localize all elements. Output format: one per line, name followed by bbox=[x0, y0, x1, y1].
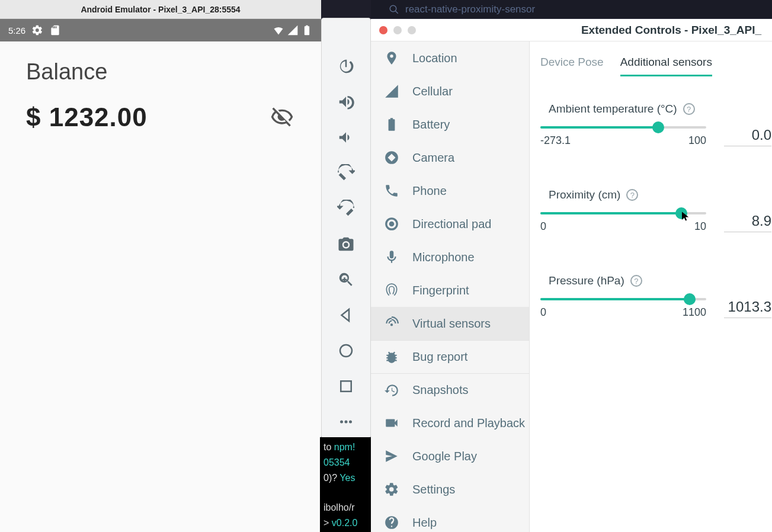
sidebar-item-battery[interactable]: Battery bbox=[371, 108, 529, 141]
zoom-icon[interactable] bbox=[337, 271, 355, 289]
extended-sidebar: LocationCellularBatteryCameraPhoneDirect… bbox=[371, 41, 530, 532]
back-icon[interactable] bbox=[337, 306, 355, 324]
temp-value[interactable]: 0.0 bbox=[724, 127, 771, 146]
cellular-icon bbox=[384, 84, 399, 99]
traffic-lights[interactable] bbox=[379, 26, 416, 34]
temp-label: Ambient temperature (°C) bbox=[549, 102, 677, 116]
fingerprint-icon bbox=[384, 283, 399, 298]
sidebar-item-label: Directional pad bbox=[412, 217, 491, 231]
android-statusbar: 5:26 bbox=[0, 19, 321, 41]
overview-icon[interactable] bbox=[337, 377, 355, 395]
sidebar-item-snapshot[interactable]: Snapshots bbox=[371, 373, 529, 406]
help-icon[interactable]: ? bbox=[683, 103, 695, 115]
camera-icon[interactable] bbox=[337, 235, 355, 253]
mic-icon bbox=[384, 249, 399, 265]
svg-point-2 bbox=[340, 421, 343, 424]
sidebar-item-bug[interactable]: Bug report bbox=[371, 340, 529, 373]
tab-additional-sensors[interactable]: Additional sensors bbox=[620, 56, 712, 76]
sidebar-item-record[interactable]: Record and Playback bbox=[371, 406, 529, 440]
extended-titlebar[interactable]: Extended Controls - Pixel_3_API_ bbox=[371, 19, 772, 41]
svg-point-0 bbox=[340, 345, 352, 357]
terminal-snippet: to npm! 05354 0)? Yes ibolho/r > v0.2.0 bbox=[320, 437, 373, 532]
sensor-proximity: Proximity (cm)? 010 8.9 bbox=[540, 188, 754, 233]
emulator-titlebar[interactable]: Android Emulator - Pixel_3_API_28:5554 bbox=[0, 0, 321, 19]
battery-icon bbox=[384, 117, 399, 132]
help-icon bbox=[384, 515, 399, 530]
gear-icon bbox=[31, 24, 43, 36]
prox-value[interactable]: 8.9 bbox=[724, 213, 771, 232]
svg-point-3 bbox=[345, 421, 348, 424]
emulator-toolbar bbox=[321, 18, 371, 438]
press-label: Pressure (hPa) bbox=[549, 274, 624, 287]
sidebar-item-mic[interactable]: Microphone bbox=[371, 241, 529, 274]
rotate-right-icon[interactable] bbox=[337, 200, 355, 217]
prox-slider[interactable]: 010 bbox=[540, 212, 706, 233]
snapshot-icon bbox=[384, 383, 399, 398]
phone-screen: 5:26 Balance $ 1232.00 bbox=[0, 19, 321, 532]
volume-down-icon[interactable] bbox=[337, 129, 355, 146]
help-icon[interactable]: ? bbox=[630, 275, 642, 287]
emulator-window: Android Emulator - Pixel_3_API_28:5554 5… bbox=[0, 0, 321, 532]
sidebar-item-label: Settings bbox=[412, 483, 455, 496]
rotate-left-icon[interactable] bbox=[337, 164, 355, 182]
volume-up-icon[interactable] bbox=[337, 93, 355, 111]
sidebar-item-settings[interactable]: Settings bbox=[371, 473, 529, 506]
location-icon bbox=[384, 50, 399, 66]
sensor-temperature: Ambient temperature (°C)? -273.1100 0.0 bbox=[540, 102, 754, 147]
sidebar-item-sensors[interactable]: Virtual sensors bbox=[371, 307, 529, 340]
sidebar-item-label: Bug report bbox=[412, 350, 467, 364]
sidebar-item-label: Snapshots bbox=[412, 383, 469, 397]
sidebar-item-label: Cellular bbox=[412, 85, 453, 98]
temp-slider[interactable]: -273.1100 bbox=[540, 126, 706, 147]
sidebar-item-play[interactable]: Google Play bbox=[371, 440, 529, 473]
sidebar-item-phone[interactable]: Phone bbox=[371, 174, 529, 207]
sidebar-item-label: Camera bbox=[412, 151, 454, 165]
help-icon[interactable]: ? bbox=[626, 189, 638, 201]
emulator-title: Android Emulator - Pixel_3_API_28:5554 bbox=[81, 5, 240, 14]
tab-device-pose[interactable]: Device Pose bbox=[540, 56, 604, 76]
sensors-icon bbox=[384, 316, 399, 331]
sidebar-item-camera[interactable]: Camera bbox=[371, 141, 529, 174]
sidebar-item-dpad[interactable]: Directional pad bbox=[371, 207, 529, 241]
record-icon bbox=[384, 415, 399, 431]
status-time: 5:26 bbox=[8, 25, 25, 36]
svg-line-6 bbox=[395, 11, 398, 14]
press-slider[interactable]: 01100 bbox=[540, 298, 706, 319]
sidebar-item-label: Location bbox=[412, 52, 457, 65]
sensor-tabs: Device Pose Additional sensors bbox=[540, 56, 754, 76]
svg-point-4 bbox=[349, 421, 352, 424]
dpad-icon bbox=[384, 216, 399, 232]
settings-icon bbox=[384, 482, 399, 497]
sidebar-item-help[interactable]: Help bbox=[371, 506, 529, 532]
close-traffic-icon[interactable] bbox=[379, 26, 387, 34]
ide-search-bar[interactable]: react-native-proximity-sensor bbox=[371, 0, 772, 19]
zoom-traffic-icon[interactable] bbox=[408, 26, 416, 34]
home-icon[interactable] bbox=[337, 342, 355, 360]
balance-amount: $ 1232.00 bbox=[26, 102, 148, 132]
sidebar-item-cellular[interactable]: Cellular bbox=[371, 75, 529, 108]
camera-icon bbox=[384, 150, 399, 165]
wifi-icon bbox=[273, 24, 284, 36]
power-icon[interactable] bbox=[337, 57, 355, 75]
sidebar-item-label: Microphone bbox=[412, 251, 475, 264]
search-text: react-native-proximity-sensor bbox=[405, 4, 535, 15]
svg-point-5 bbox=[390, 5, 396, 12]
sidebar-item-fingerprint[interactable]: Fingerprint bbox=[371, 274, 529, 307]
sidebar-item-label: Fingerprint bbox=[412, 284, 469, 297]
balance-title: Balance bbox=[26, 59, 295, 85]
sidebar-item-location[interactable]: Location bbox=[371, 41, 529, 75]
toggle-visibility-button[interactable] bbox=[269, 104, 295, 130]
signal-icon bbox=[287, 24, 299, 36]
extended-title: Extended Controls - Pixel_3_API_ bbox=[416, 24, 764, 37]
app-body: Balance $ 1232.00 bbox=[0, 41, 321, 150]
phone-icon bbox=[384, 183, 399, 198]
press-value[interactable]: 1013.3 bbox=[724, 299, 771, 318]
more-icon[interactable] bbox=[337, 413, 355, 431]
bug-icon bbox=[384, 350, 399, 365]
search-icon bbox=[389, 4, 399, 15]
play-icon bbox=[384, 448, 399, 464]
minimize-traffic-icon[interactable] bbox=[393, 26, 402, 34]
prox-label: Proximity (cm) bbox=[549, 188, 620, 201]
sidebar-item-label: Battery bbox=[412, 118, 450, 132]
extended-content: Device Pose Additional sensors Ambient t… bbox=[530, 41, 772, 532]
